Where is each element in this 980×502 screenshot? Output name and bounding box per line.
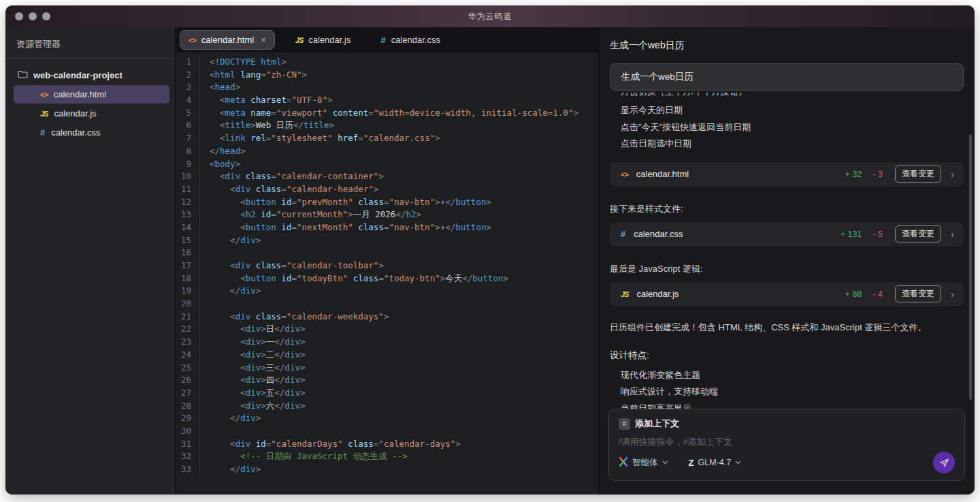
app-window: 华为云码道 资源管理器 web-calendar-project <> cale… [5, 5, 975, 495]
lines-removed: - 4 [872, 289, 883, 299]
code-line[interactable]: 27 <div>五</div> [176, 387, 598, 400]
code-line[interactable]: 3<head> [176, 81, 598, 94]
sidebar-item-calendar-js[interactable]: JS calendar.js [14, 104, 169, 123]
code-line[interactable]: 32 <!-- 日期由 JavaScript 动态生成 --> [176, 450, 598, 463]
code-line[interactable]: 17 <div class="calendar-toolbar"> [176, 260, 598, 272]
chevron-right-icon[interactable]: › [948, 228, 957, 240]
chevron-down-icon [662, 460, 668, 465]
chevron-right-icon[interactable]: › [948, 168, 957, 180]
title-bar: 华为云码道 [5, 5, 975, 27]
code-line[interactable]: 13 <h2 id="currentMonth">一月 2026</h2> [176, 208, 598, 221]
file-change-card-html[interactable]: <> calendar.html + 32 - 3 查看变更 › [610, 162, 964, 187]
add-context-label: 添加上下文 [635, 418, 679, 430]
folder-name: web-calendar-project [33, 70, 122, 80]
agent-icon [619, 457, 628, 469]
code-line[interactable]: 26 <div>四</div> [176, 374, 598, 387]
code-line[interactable]: 1<!DOCTYPE html> [176, 56, 598, 69]
code-line[interactable]: 23 <div>一</div> [176, 336, 598, 349]
code-line[interactable]: 22 <div>日</div> [176, 323, 598, 336]
code-line[interactable]: 31 <div id="calendarDays" class="calenda… [176, 438, 598, 451]
js-file-icon: JS [40, 110, 48, 118]
file-name: calendar.css [51, 127, 100, 138]
tab-label: calendar.css [391, 35, 440, 45]
chevron-right-icon[interactable]: › [948, 288, 957, 300]
model-label: GLM-4.7 [698, 458, 731, 467]
send-button[interactable] [933, 452, 955, 473]
html-file-icon: <> [189, 36, 196, 44]
code-line[interactable]: 21 <div class="calendar-weekdays"> [176, 311, 598, 324]
code-line[interactable]: 18 <button id="todayBtn" class="today-bt… [176, 272, 598, 285]
lines-removed: - 5 [872, 230, 883, 239]
code-line[interactable]: 7 <link rel="stylesheet" href="calendar.… [176, 132, 598, 145]
tab-calendar-css[interactable]: # calendar.css [365, 27, 455, 52]
ai-chat-panel: 生成一个web日历 生成一个web日历 月份切换（上个月/下个月按钮） 显示今天… [599, 27, 975, 495]
view-changes-button[interactable]: 查看变更 [895, 225, 941, 242]
close-tab-icon[interactable]: × [261, 35, 266, 45]
js-intro-text: 最后是 JavaScript 逻辑: [610, 263, 964, 275]
clipped-list-item: 月份切换（上个月/下个月按钮） [610, 93, 964, 99]
code-line[interactable]: 28 <div>六</div> [176, 400, 598, 413]
sidebar-item-calendar-css[interactable]: # calendar.css [14, 123, 169, 142]
folder-icon [18, 70, 28, 80]
model-selector[interactable]: Z GLM-4.7 [689, 458, 742, 468]
code-line[interactable]: 16 [176, 247, 598, 260]
tab-calendar-html[interactable]: <> calendar.html × [180, 30, 275, 50]
changed-file-name: calendar.css [634, 229, 834, 239]
chevron-down-icon [735, 460, 741, 465]
changed-file-name: calendar.js [636, 289, 838, 299]
code-line[interactable]: 11 <div class="calendar-header"> [176, 183, 598, 196]
code-line[interactable]: 20 [176, 298, 598, 311]
html-file-icon: <> [621, 170, 628, 178]
folder-item-web-calendar-project[interactable]: web-calendar-project [5, 66, 175, 84]
tab-label: calendar.js [308, 35, 350, 45]
tab-calendar-js[interactable]: JS calendar.js [280, 27, 366, 52]
code-line[interactable]: 14 <button id="nextMonth" class="nav-btn… [176, 221, 598, 234]
code-line[interactable]: 9<body> [176, 158, 598, 171]
file-change-card-js[interactable]: JS calendar.js + 88 - 4 查看变更 › [610, 282, 964, 307]
list-item: 点击日期选中日期 [610, 136, 964, 153]
chat-input[interactable]: /调用快捷指令，#添加上下文 [619, 436, 955, 452]
divider [5, 59, 175, 59]
code-line[interactable]: 25 <div>三</div> [176, 362, 598, 375]
calendar-feature-list: 显示今天的日期 点击"今天"按钮快速返回当前日期 点击日期选中日期 [610, 102, 964, 153]
lines-added: + 131 [840, 230, 862, 239]
paper-plane-icon [938, 457, 950, 469]
list-item: 现代化渐变紫色主题 [610, 367, 964, 384]
chat-scrollbar[interactable] [969, 134, 972, 400]
editor-tab-bar: <> calendar.html × JS calendar.js # cale… [176, 27, 598, 52]
list-item: 当前日期高亮显示 [610, 401, 964, 409]
code-line[interactable]: 15 </div> [176, 234, 598, 247]
code-line[interactable]: 19 </div> [176, 285, 598, 298]
code-line[interactable]: 6 <title>Web 日历</title> [176, 119, 598, 132]
list-item: 显示今天的日期 [610, 102, 964, 119]
completion-text: 日历组件已创建完成！包含 HTML 结构、CSS 样式和 JavaScript … [610, 321, 964, 334]
lines-removed: - 3 [872, 170, 883, 179]
tab-label: calendar.html [201, 35, 254, 45]
explorer-sidebar: 资源管理器 web-calendar-project <> calendar.h… [5, 27, 176, 495]
sidebar-item-calendar-html[interactable]: <> calendar.html [14, 85, 169, 104]
code-line[interactable]: 33 </div> [176, 463, 598, 476]
agent-selector[interactable]: 智能体 [619, 457, 668, 469]
code-line[interactable]: 4 <meta charset="UTF-8"> [176, 94, 598, 107]
code-line[interactable]: 12 <button id="prevMonth" class="nav-btn… [176, 196, 598, 209]
file-name: calendar.html [54, 89, 106, 99]
code-line[interactable]: 10 <div class="calendar-container"> [176, 170, 598, 183]
css-file-icon: # [40, 127, 45, 138]
code-line[interactable]: 8</head> [176, 145, 598, 158]
code-lines[interactable]: 1<!DOCTYPE html>2<html lang="zh-CN">3<he… [176, 52, 598, 495]
code-line[interactable]: 30 [176, 425, 598, 438]
view-changes-button[interactable]: 查看变更 [895, 166, 941, 183]
add-context-button[interactable]: # 添加上下文 [619, 418, 955, 430]
code-line[interactable]: 29 </div> [176, 412, 598, 425]
list-item: 点击"今天"按钮快速返回当前日期 [610, 119, 964, 136]
code-line[interactable]: 5 <meta name="viewport" content="width=d… [176, 107, 598, 120]
file-change-card-css[interactable]: # calendar.css + 131 - 5 查看变更 › [610, 222, 964, 247]
html-file-icon: <> [40, 91, 48, 99]
design-features-title: 设计特点: [610, 349, 964, 362]
list-item: 响应式设计，支持移动端 [610, 383, 964, 401]
code-line[interactable]: 2<html lang="zh-CN"> [176, 69, 598, 82]
view-changes-button[interactable]: 查看变更 [895, 285, 941, 302]
user-message-bubble: 生成一个web日历 [610, 63, 964, 91]
code-line[interactable]: 24 <div>二</div> [176, 349, 598, 362]
js-file-icon: JS [621, 290, 628, 298]
